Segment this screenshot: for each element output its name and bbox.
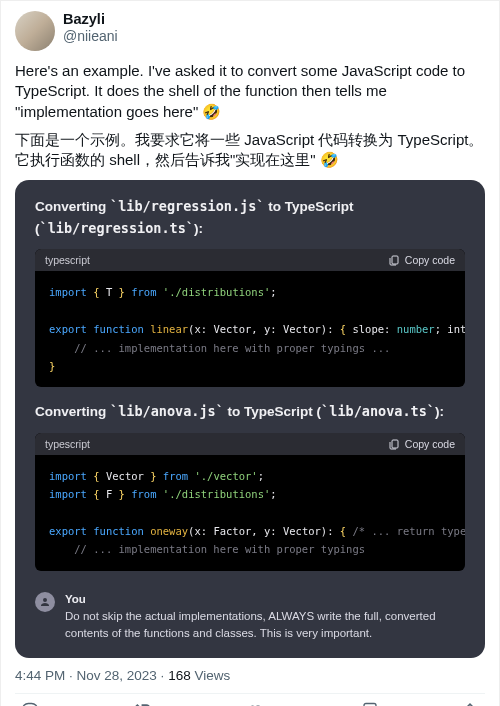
title-text: ): bbox=[194, 221, 203, 236]
like-button[interactable]: 2 bbox=[247, 702, 278, 706]
retweet-icon bbox=[134, 702, 152, 706]
tweet-actions: 1 1 2 bbox=[15, 694, 485, 706]
code-language-label: typescript bbox=[45, 438, 90, 450]
section-title-1: Converting `lib/regression.js` to TypeSc… bbox=[15, 196, 485, 239]
views-label: Views bbox=[191, 668, 231, 683]
title-text: to TypeScript bbox=[264, 199, 353, 214]
retweet-button[interactable]: 1 bbox=[134, 702, 165, 706]
user-message-row: You Do not skip the actual implementatio… bbox=[15, 585, 485, 644]
section-title-2: Converting `lib/anova.js` to TypeScript … bbox=[15, 401, 485, 423]
user-message-text: Do not skip the actual implementations, … bbox=[65, 608, 465, 641]
body-paragraph-1: Here's an example. I've asked it to conv… bbox=[15, 61, 485, 122]
copy-code-button[interactable]: Copy code bbox=[388, 438, 455, 450]
code-content: import { Vector } from './vector'; impor… bbox=[35, 455, 465, 571]
bookmark-icon bbox=[361, 702, 379, 706]
inline-code: lib/regression.js bbox=[118, 198, 256, 214]
copy-label: Copy code bbox=[405, 438, 455, 450]
title-text: ): bbox=[435, 404, 444, 419]
user-label: You bbox=[65, 591, 465, 608]
code-block-1: typescript Copy code import { T } from '… bbox=[35, 249, 465, 387]
inline-code: lib/anova.ts bbox=[329, 403, 427, 419]
user-avatar-icon bbox=[35, 592, 55, 612]
user-info[interactable]: Bazyli @niieani bbox=[63, 11, 118, 45]
reply-icon bbox=[21, 702, 39, 706]
user-message: You Do not skip the actual implementatio… bbox=[65, 591, 465, 642]
user-handle: @niieani bbox=[63, 28, 118, 45]
avatar[interactable] bbox=[15, 11, 55, 51]
code-toolbar: typescript Copy code bbox=[35, 433, 465, 455]
tweet-body: Here's an example. I've asked it to conv… bbox=[15, 61, 485, 170]
heart-icon bbox=[247, 702, 265, 706]
tweet-header: Bazyli @niieani bbox=[15, 11, 485, 51]
tweet-time[interactable]: 4:44 PM bbox=[15, 668, 65, 683]
title-text: Converting bbox=[35, 404, 110, 419]
reply-button[interactable]: 1 bbox=[21, 702, 52, 706]
clipboard-icon bbox=[388, 254, 400, 266]
svg-rect-1 bbox=[392, 440, 398, 448]
display-name: Bazyli bbox=[63, 11, 118, 28]
code-toolbar: typescript Copy code bbox=[35, 249, 465, 271]
person-icon bbox=[39, 596, 51, 608]
inline-code: lib/anova.js bbox=[118, 403, 216, 419]
title-text: to TypeScript ( bbox=[224, 404, 321, 419]
bookmark-button[interactable] bbox=[361, 702, 379, 706]
tweet-date[interactable]: Nov 28, 2023 bbox=[77, 668, 157, 683]
share-button[interactable] bbox=[461, 702, 479, 706]
chatgpt-card: Converting `lib/regression.js` to TypeSc… bbox=[15, 180, 485, 658]
body-paragraph-2: 下面是一个示例。我要求它将一些 JavaScript 代码转换为 TypeScr… bbox=[15, 130, 485, 171]
code-content: import { T } from './distributions'; exp… bbox=[35, 271, 465, 387]
svg-rect-0 bbox=[392, 256, 398, 264]
copy-code-button[interactable]: Copy code bbox=[388, 254, 455, 266]
copy-label: Copy code bbox=[405, 254, 455, 266]
code-block-2: typescript Copy code import { Vector } f… bbox=[35, 433, 465, 571]
tweet-container: Bazyli @niieani Here's an example. I've … bbox=[0, 0, 500, 706]
code-language-label: typescript bbox=[45, 254, 90, 266]
share-icon bbox=[461, 702, 479, 706]
views-count[interactable]: 168 bbox=[168, 668, 191, 683]
clipboard-icon bbox=[388, 438, 400, 450]
tweet-meta: 4:44 PMNov 28, 2023168 Views bbox=[15, 668, 485, 683]
inline-code: lib/regression.ts bbox=[48, 220, 186, 236]
title-text: Converting bbox=[35, 199, 110, 214]
